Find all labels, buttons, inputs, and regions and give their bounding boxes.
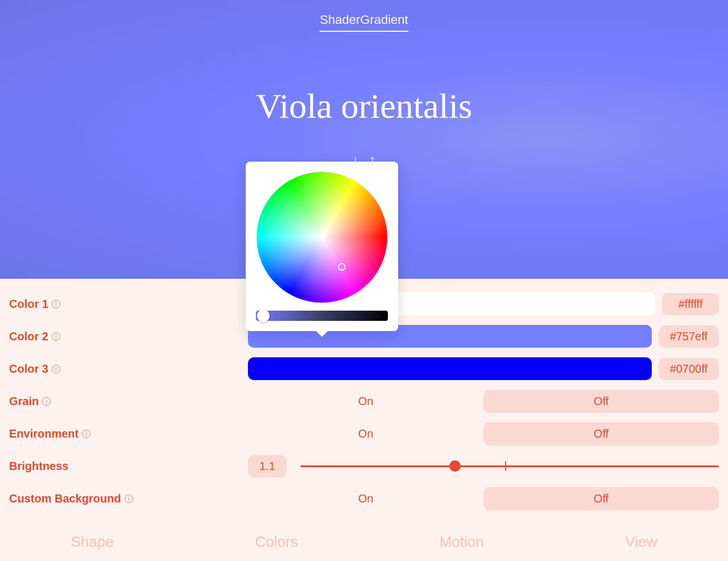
info-icon[interactable]: i [42,397,51,406]
environment-off[interactable]: Off [483,422,719,446]
color-wheel[interactable] [257,172,387,303]
info-icon[interactable]: i [52,332,60,341]
brightness-thumb[interactable] [449,460,461,472]
grain-toggle: On Off [248,390,719,413]
custom-bg-toggle: On Off [248,487,719,510]
color2-hex[interactable]: #757eff [659,325,719,348]
info-icon[interactable]: i [52,365,60,373]
tab-view[interactable]: View [626,533,657,551]
color-picker-popover[interactable] [246,162,398,331]
brightness-row: Brightness 1.1 [9,455,719,477]
custom-bg-row: Custom Background i On Off [9,487,719,510]
brightness-slider[interactable] [300,465,719,467]
environment-row: Environment i On Off [9,422,719,445]
grain-row: Grain i On Off [9,390,719,412]
grain-off[interactable]: Off [483,390,719,413]
brightness-label: Brightness [9,460,248,473]
bottom-tabs: Shape Colors Motion View [0,533,728,551]
grain-on[interactable]: On [248,390,483,413]
grain-label: Grain i [9,395,248,408]
environment-on[interactable]: On [248,422,483,446]
color3-hex[interactable]: #0700ff [659,358,719,380]
lightness-handle[interactable] [257,310,270,322]
brightness-value[interactable]: 1.1 [248,455,287,477]
color1-hex[interactable]: #ffffff [662,293,719,315]
color3-row: Color 3 i #0700ff [9,357,719,380]
tab-motion[interactable]: Motion [440,533,484,551]
brightness-tick [505,461,506,471]
custom-bg-on[interactable]: On [248,487,483,510]
tab-colors[interactable]: Colors [255,533,298,551]
color3-label: Color 3 i [9,362,248,376]
custom-bg-off[interactable]: Off [483,487,719,510]
custom-bg-label: Custom Background i [9,492,248,505]
preset-title: Viola orientalis [256,86,472,126]
info-icon[interactable]: i [52,300,60,308]
color-wheel-handle[interactable] [338,263,346,271]
color2-label: Color 2 i [9,330,248,343]
color3-swatch[interactable] [248,357,652,380]
environment-label: Environment i [9,427,248,440]
brand-title[interactable]: ShaderGradient [320,13,408,32]
info-icon[interactable]: i [82,430,90,438]
color1-label: Color 1 i [9,298,248,311]
environment-toggle: On Off [248,422,719,446]
lightness-slider[interactable] [256,311,388,321]
info-icon[interactable]: i [125,494,133,503]
tab-shape[interactable]: Shape [71,533,113,551]
